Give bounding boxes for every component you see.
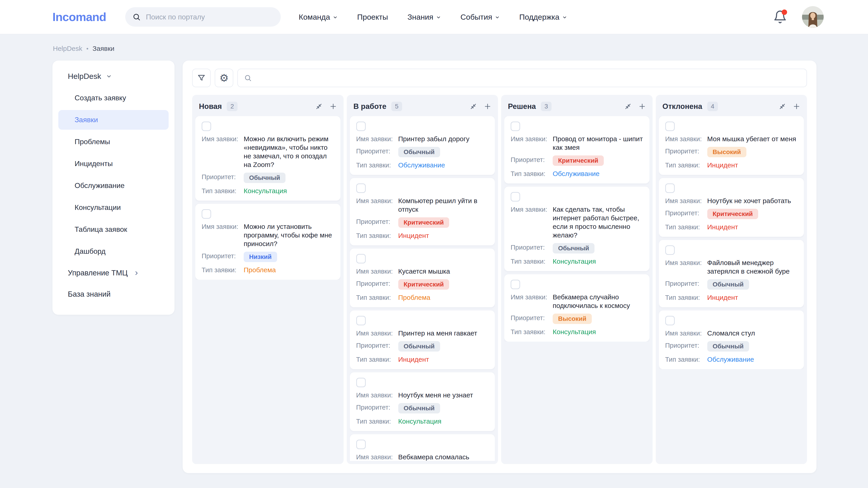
sidebar-item[interactable]: Инциденты: [58, 154, 168, 173]
ticket-card[interactable]: Имя заявки: Вебкамера сломалась Приорите…: [350, 434, 495, 461]
priority-badge: Обычный: [553, 243, 594, 254]
sidebar-item-active[interactable]: Заявки: [58, 110, 168, 130]
breadcrumb-link-helpdesk[interactable]: HelpDesk: [53, 45, 82, 53]
card-checkbox[interactable]: [202, 209, 211, 219]
card-checkbox[interactable]: [356, 440, 366, 449]
ticket-card[interactable]: Имя заявки: Можно ли включить режим «нев…: [195, 116, 340, 201]
card-checkbox[interactable]: [665, 316, 675, 325]
column-actions: [624, 102, 646, 110]
collapse-column-button[interactable]: [315, 103, 323, 110]
collapse-column-button[interactable]: [469, 103, 477, 110]
ticket-card[interactable]: Имя заявки: Как сделать так, чтобы интер…: [504, 187, 649, 271]
portal-search[interactable]: [125, 7, 281, 27]
field-label-priority: Приоритет:: [665, 279, 706, 288]
nav-item[interactable]: Знания: [408, 13, 441, 22]
card-checkbox[interactable]: [510, 192, 520, 201]
nav-item[interactable]: События: [460, 13, 500, 22]
card-name-row: Имя заявки: Файловый менеджер затерялся …: [665, 258, 798, 275]
collapse-column-button[interactable]: [624, 103, 632, 110]
ticket-card[interactable]: Имя заявки: Сломался стул Приоритет: Обы…: [659, 311, 804, 369]
sidebar-section-item[interactable]: База знаний: [58, 284, 168, 305]
ticket-card[interactable]: Имя заявки: Кусается мышка Приоритет: Кр…: [350, 249, 495, 307]
add-card-button[interactable]: [793, 102, 801, 110]
card-checkbox[interactable]: [665, 184, 675, 193]
card-checkbox[interactable]: [356, 184, 366, 193]
field-label-name: Имя заявки:: [665, 135, 706, 143]
plus-icon: [638, 102, 646, 110]
ticket-card[interactable]: Имя заявки: Вебкамера случайно подключил…: [504, 274, 649, 341]
ticket-card[interactable]: Имя заявки: Принтер забыл дорогу Приорит…: [350, 116, 495, 175]
card-type-row: Тип заявки: Консультация: [356, 417, 489, 426]
settings-button[interactable]: ⚙︎: [215, 69, 233, 87]
add-card-button[interactable]: [329, 102, 337, 110]
field-label-name: Имя заявки:: [665, 258, 706, 267]
field-label-name: Имя заявки:: [356, 197, 397, 205]
collapse-column-button[interactable]: [778, 103, 786, 110]
nav-item[interactable]: Поддержка: [519, 13, 567, 22]
field-label-type: Тип заявки:: [202, 187, 242, 195]
card-checkbox[interactable]: [510, 122, 520, 131]
board-search-input[interactable]: [256, 74, 800, 82]
sidebar-item[interactable]: Таблица заявок: [58, 220, 168, 239]
card-checkbox[interactable]: [356, 254, 366, 263]
notifications-button[interactable]: [773, 10, 787, 24]
ticket-type: Консультация: [553, 257, 643, 266]
nav-item[interactable]: Команда: [299, 13, 338, 22]
ticket-name: Можно ли установить программу, чтобы коф…: [244, 222, 334, 248]
ticket-card[interactable]: Имя заявки: Ноутбук не хочет работать Пр…: [659, 178, 804, 237]
sidebar-item[interactable]: Создать заявку: [58, 88, 168, 108]
ticket-name: Ноутбук меня не узнает: [398, 391, 489, 399]
card-name-row: Имя заявки: Кусается мышка: [356, 267, 489, 275]
sidebar-item[interactable]: Проблемы: [58, 132, 168, 152]
nav-item-label: События: [460, 13, 492, 22]
ticket-name: Как сделать так, чтобы интернет работал …: [553, 205, 643, 239]
card-name-row: Имя заявки: Ноутбук не хочет работать: [665, 197, 798, 205]
sidebar-title[interactable]: HelpDesk: [58, 70, 168, 87]
board-search[interactable]: [237, 69, 807, 87]
breadcrumb-current: Заявки: [92, 45, 114, 53]
field-label-priority: Приоритет:: [665, 341, 706, 350]
sidebar-section-item[interactable]: Управление ТМЦ: [58, 262, 168, 284]
ticket-card[interactable]: Имя заявки: Принтер на меня гавкает Прио…: [350, 311, 495, 369]
card-checkbox[interactable]: [356, 316, 366, 325]
card-priority-row: Приоритет: Обычный: [356, 403, 489, 414]
nav-item-label: Поддержка: [519, 13, 559, 22]
column-header: В работе 5: [350, 98, 495, 116]
kanban-column: Новая 2 Имя заявки: Можно ли включить р: [192, 95, 344, 464]
sidebar-item[interactable]: Обслуживание: [58, 176, 168, 195]
card-name-row: Имя заявки: Вебкамера сломалась: [356, 453, 489, 461]
card-checkbox[interactable]: [202, 122, 211, 131]
ticket-type: Инцидент: [398, 355, 489, 364]
ticket-card[interactable]: Имя заявки: Компьютер решил уйти в отпус…: [350, 178, 495, 246]
card-checkbox[interactable]: [665, 122, 675, 131]
sidebar-item[interactable]: Дашборд: [58, 241, 168, 261]
page-content: HelpDesk Создать заявку Заявки Проблемы …: [0, 53, 868, 473]
nav-item[interactable]: Проекты: [357, 13, 388, 22]
ticket-name: Принтер на меня гавкает: [398, 329, 489, 337]
user-avatar[interactable]: [802, 6, 824, 28]
ticket-card[interactable]: Имя заявки: Моя мышка убегает от меня Пр…: [659, 116, 804, 175]
ticket-type: Инцидент: [707, 161, 798, 169]
app-logo[interactable]: Incomand: [53, 10, 106, 24]
field-label-type: Тип заявки:: [510, 169, 551, 178]
plus-icon: [793, 102, 801, 110]
sidebar-item[interactable]: Консультации: [58, 198, 168, 217]
ticket-card[interactable]: Имя заявки: Файловый менеджер затерялся …: [659, 240, 804, 307]
card-checkbox[interactable]: [356, 378, 366, 387]
card-checkbox[interactable]: [356, 122, 366, 131]
card-checkbox[interactable]: [665, 246, 675, 255]
portal-search-input[interactable]: [146, 13, 278, 22]
ticket-card[interactable]: Имя заявки: Можно ли установить программ…: [195, 204, 340, 280]
ticket-card[interactable]: Имя заявки: Провод от монитора - шипит к…: [504, 116, 649, 184]
card-priority-row: Приоритет: Критический: [356, 217, 489, 228]
filter-button[interactable]: [192, 69, 211, 87]
add-card-button[interactable]: [638, 102, 646, 110]
column-count-badge: 2: [227, 102, 238, 111]
card-checkbox[interactable]: [510, 280, 520, 289]
kanban-board: Новая 2 Имя заявки: Можно ли включить р: [192, 95, 807, 464]
card-type-row: Тип заявки: Консультация: [510, 257, 643, 266]
ticket-card[interactable]: Имя заявки: Ноутбук меня не узнает Приор…: [350, 372, 495, 431]
field-label-priority: Приоритет:: [356, 279, 397, 288]
column-count-badge: 5: [391, 102, 402, 111]
add-card-button[interactable]: [484, 102, 492, 110]
